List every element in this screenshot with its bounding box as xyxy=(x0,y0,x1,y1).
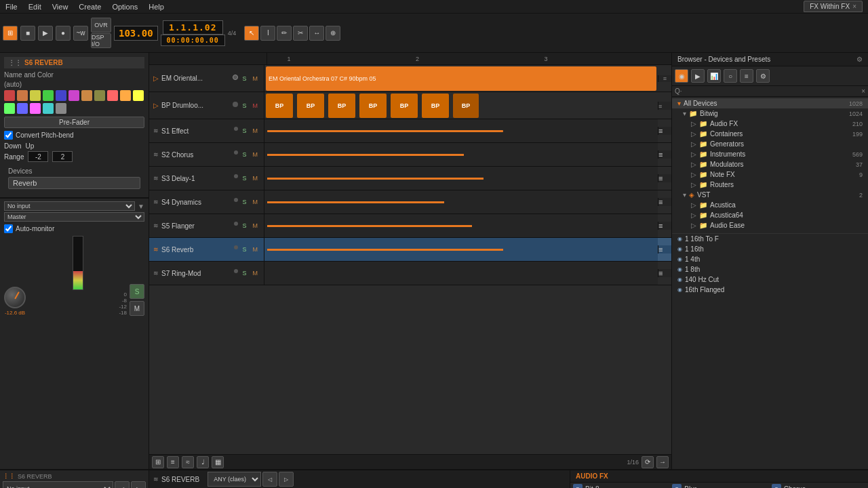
preset-140hz[interactable]: ◉ 140 Hz Cut xyxy=(672,274,868,285)
s4-mute[interactable]: M xyxy=(251,198,260,206)
color-swatch-peach[interactable] xyxy=(120,90,131,101)
color-swatch-lightyellow[interactable] xyxy=(133,90,144,101)
browser-item-bitwig[interactable]: ▾ 📁 Bitwig 1024 xyxy=(672,108,868,119)
cursor-tool[interactable]: ↖ xyxy=(244,26,259,41)
s5-mute[interactable]: M xyxy=(251,222,260,230)
browser-devices-btn[interactable]: ◉ xyxy=(675,69,688,83)
reverb-next-btn[interactable]: ▷ xyxy=(279,472,294,487)
color-swatch-lightred[interactable] xyxy=(107,90,118,101)
search-clear-icon[interactable]: × xyxy=(861,87,865,95)
pitch-bend-checkbox[interactable] xyxy=(4,131,13,140)
volume-fader[interactable] xyxy=(73,236,83,290)
color-swatch-lightgreen[interactable] xyxy=(4,103,15,114)
s7-dot[interactable] xyxy=(234,269,238,273)
output-select[interactable]: Master xyxy=(4,212,144,222)
menu-view[interactable]: View xyxy=(52,3,68,11)
fx-blur[interactable]: B Blur xyxy=(669,483,768,488)
device-nav-left[interactable]: ◁ xyxy=(115,481,130,488)
stop-btn[interactable]: ■ xyxy=(20,26,35,41)
piano-view-btn[interactable]: ♩ xyxy=(197,456,209,468)
bpm-display[interactable]: 103.00 xyxy=(114,26,158,41)
s4-solo[interactable]: S xyxy=(240,198,248,206)
color-swatch-lightblue[interactable] xyxy=(17,103,28,114)
s4-fader[interactable] xyxy=(267,201,444,203)
automation-btn[interactable]: ~w xyxy=(73,26,88,41)
s1-solo[interactable]: S xyxy=(240,127,248,135)
preset-1-8th[interactable]: ◉ 1 8th xyxy=(672,264,868,274)
track-mute-em[interactable]: M xyxy=(251,75,260,83)
browser-item-note-fx[interactable]: ▷ 📁 Note FX 9 xyxy=(672,169,868,180)
browser-settings-btn[interactable]: ⚙ xyxy=(756,69,770,83)
s6-content[interactable] xyxy=(264,238,658,261)
s5-fader[interactable] xyxy=(267,225,472,227)
s3-content[interactable] xyxy=(264,167,658,190)
track-active-dot-em[interactable] xyxy=(233,75,238,80)
preset-16th-flanged[interactable]: ◉ 16th Flanged xyxy=(672,285,868,295)
device-nav-right[interactable]: ▷ xyxy=(131,481,146,488)
color-swatch-yellow[interactable] xyxy=(30,90,41,101)
color-swatch-olive[interactable] xyxy=(94,90,105,101)
bp-block-4[interactable]: BP xyxy=(359,94,387,118)
s2-dot[interactable] xyxy=(234,150,238,155)
s3-mute[interactable]: M xyxy=(251,174,260,182)
menu-edit[interactable]: Edit xyxy=(28,3,41,11)
reverb-prev-btn[interactable]: ◁ xyxy=(262,472,277,487)
input-select[interactable]: No input xyxy=(4,201,135,211)
track-content-em[interactable]: EM Oriental Orchestra 07 C# 90bpm 05 xyxy=(264,65,658,92)
browser-clips-btn[interactable]: ≡ xyxy=(740,69,753,83)
track-expand-bp[interactable]: ▷ xyxy=(153,102,159,109)
loop-btn[interactable]: ⟳ xyxy=(642,456,654,468)
color-swatch-tan[interactable] xyxy=(81,90,92,101)
menu-help[interactable]: Help xyxy=(149,3,164,11)
bp-block-5[interactable]: BP xyxy=(391,94,418,118)
browser-item-containers[interactable]: ▷ 📁 Containers 199 xyxy=(672,129,868,139)
track-mute-bp[interactable]: M xyxy=(251,102,260,110)
menu-options[interactable]: Options xyxy=(112,3,138,11)
draw-tool[interactable]: ✏ xyxy=(277,26,292,41)
s4-content[interactable] xyxy=(264,190,658,214)
s2-solo[interactable]: S xyxy=(240,150,248,159)
volume-knob[interactable] xyxy=(4,287,26,308)
menu-create[interactable]: Create xyxy=(79,3,101,11)
s6-mute[interactable]: M xyxy=(251,245,260,253)
bp-block-6[interactable]: BP xyxy=(422,94,449,118)
s4-dot[interactable] xyxy=(234,198,238,202)
clip-em[interactable]: EM Oriental Orchestra 07 C# 90bpm 05 xyxy=(266,66,656,91)
bp-block-2[interactable]: BP xyxy=(297,94,324,118)
mute-btn[interactable]: M xyxy=(130,301,144,316)
browser-item-modulators[interactable]: ▷ 📁 Modulators 37 xyxy=(672,159,868,169)
grid-view-btn[interactable]: ⊞ xyxy=(152,456,164,468)
preset-1-16th[interactable]: ◉ 1 16th xyxy=(672,244,868,254)
pencil-tool[interactable]: I xyxy=(260,26,275,41)
color-swatch-teal[interactable] xyxy=(43,103,54,114)
s5-dot[interactable] xyxy=(234,222,238,226)
browser-item-vst[interactable]: ▾ ◈ VST 2 xyxy=(672,190,868,200)
s2-fader[interactable] xyxy=(267,154,464,156)
menu-file[interactable]: File xyxy=(5,3,18,11)
mix-view-btn[interactable]: ≈ xyxy=(182,456,194,468)
s6-dot[interactable] xyxy=(234,245,238,249)
s1-dot[interactable] xyxy=(234,127,238,131)
s5-solo[interactable]: S xyxy=(240,222,248,230)
browser-item-generators[interactable]: ▷ 📁 Generators xyxy=(672,139,868,149)
browser-item-all-devices[interactable]: ▾ All Devices 1028 xyxy=(672,98,868,108)
pre-fader-btn[interactable]: Pre-Fader xyxy=(4,117,144,128)
browser-item-acustica[interactable]: ▷ 📁 Acustica xyxy=(672,200,868,210)
search-input[interactable] xyxy=(685,87,859,95)
browser-item-audio-fx[interactable]: ▷ 📁 Audio FX 210 xyxy=(672,119,868,129)
browser-item-routers[interactable]: ▷ 📁 Routers xyxy=(672,180,868,190)
color-swatch-red[interactable] xyxy=(4,90,15,101)
erase-tool[interactable]: ✂ xyxy=(293,26,308,41)
s2-content[interactable] xyxy=(264,143,658,166)
browser-item-audio-ease[interactable]: ▷ 📁 Audio Ease xyxy=(672,220,868,230)
s6-fader[interactable] xyxy=(267,249,503,251)
s1-fader[interactable] xyxy=(267,130,503,132)
browser-samples-btn[interactable]: 📊 xyxy=(707,69,721,83)
preset-1-16th-to-f[interactable]: ◉ 1 16th To F xyxy=(672,234,868,244)
dsp-btn[interactable]: DSP I/O xyxy=(91,33,111,48)
auto-monitor-checkbox[interactable] xyxy=(4,224,13,233)
track-expand-em[interactable]: ▷ xyxy=(153,75,159,82)
track-solo-em[interactable]: S xyxy=(240,75,248,83)
s2-mute[interactable]: M xyxy=(251,150,260,159)
fx-bit8[interactable]: B Bit-8 xyxy=(570,483,669,488)
